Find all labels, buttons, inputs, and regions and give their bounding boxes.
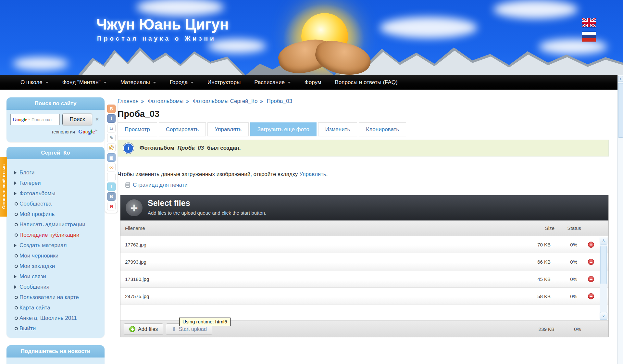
sidebar-menu-item[interactable]: Написать администрации xyxy=(14,220,105,230)
album-tab[interactable]: Просмотр xyxy=(118,122,157,136)
sidebar-menu-item[interactable]: Сообщества xyxy=(14,199,105,209)
sidebar-menu-link[interactable]: Мои связи xyxy=(19,273,46,280)
sidebar-menu-item[interactable]: Мои связи xyxy=(14,271,105,282)
album-tab[interactable]: Загрузить еще фото xyxy=(250,122,317,136)
nav-item-label: Инструкторы xyxy=(207,79,241,86)
pen-icon[interactable]: ✎ xyxy=(107,134,116,142)
album-tab[interactable]: Сортировать xyxy=(159,122,206,136)
nav-item[interactable]: Расписание xyxy=(247,75,298,90)
remove-file-icon[interactable] xyxy=(588,242,594,248)
nav-item[interactable]: Инструкторы xyxy=(201,75,247,90)
bullet-icon xyxy=(14,171,19,174)
search-input[interactable]: Google™ Пользоват xyxy=(10,114,60,125)
file-list: 17762.jpg 70 KB 0% 27993.jpg 66 KB 0% 17 xyxy=(120,236,608,320)
facebook-icon[interactable]: f xyxy=(107,114,116,123)
search-panel-title: Поиск по сайту xyxy=(6,97,105,110)
file-size: 58 KB xyxy=(519,294,551,299)
sidebar-menu-item[interactable]: Фотоальбомы xyxy=(14,188,105,199)
sidebar-menu-item[interactable]: Сообщения xyxy=(14,282,105,292)
sidebar-menu-link[interactable]: Карта сайта xyxy=(19,305,50,311)
remove-file-icon[interactable] xyxy=(588,293,594,299)
nav-item[interactable]: Фонд "Минтан" xyxy=(56,75,114,90)
sidebar-menu-link[interactable]: Анкета, Шаолинь 2011 xyxy=(19,315,77,321)
sidebar-menu-link[interactable]: Выйти xyxy=(19,325,36,332)
sidebar-menu-item[interactable]: Мой профиль xyxy=(14,209,105,220)
sidebar-menu-link[interactable]: Мой профиль xyxy=(19,211,55,218)
twitter-icon[interactable]: t xyxy=(107,182,116,191)
sidebar-menu-item[interactable]: Карта сайта xyxy=(14,303,105,313)
sidebar-menu-link[interactable]: Написать администрации xyxy=(19,221,85,228)
breadcrumb-link[interactable]: Фотоальбомы Сергей_Ко xyxy=(193,98,258,104)
plus-circle-icon[interactable] xyxy=(126,199,143,216)
sidebar-menu-item[interactable]: Пользователи на карте xyxy=(14,292,105,303)
uk-flag-icon[interactable] xyxy=(582,18,596,27)
photo-icon[interactable]: ▣ xyxy=(107,153,116,162)
album-tab[interactable]: Изменить xyxy=(318,122,357,136)
mailru-icon[interactable]: @ xyxy=(107,144,116,152)
sidebar-menu-link[interactable]: Галереи xyxy=(19,180,41,186)
page: Чжун Юань Цигун Простая наука о Жизни О … xyxy=(0,0,623,364)
nav-item[interactable]: Города xyxy=(163,75,201,90)
user-menu-panel: Сергей_Ко Блоги Галереи Фотоальбомы xyxy=(6,147,105,338)
yandex-icon[interactable]: Я xyxy=(107,202,116,210)
page-scrollbar[interactable]: ▲ xyxy=(617,75,623,364)
file-row: 27993.jpg 66 KB 0% xyxy=(120,253,608,270)
chevron-down-icon xyxy=(191,82,194,85)
scroll-up-icon[interactable]: ▲ xyxy=(618,76,623,82)
nav-item[interactable]: О школе xyxy=(14,75,56,90)
album-tab[interactable]: Клонировать xyxy=(359,122,406,136)
sidebar-menu-item[interactable]: Галереи xyxy=(14,178,105,188)
remove-file-icon[interactable] xyxy=(588,276,594,282)
nav-item-label: Фонд "Минтан" xyxy=(62,79,101,86)
file-row: 247575.jpg 58 KB 0% xyxy=(120,288,608,305)
file-list-scrollbar[interactable]: ∧ ∨ xyxy=(600,237,607,320)
file-status: 0% xyxy=(551,276,582,282)
sidebar-menu-link[interactable]: Блоги xyxy=(19,169,34,176)
manage-tab-link[interactable]: Управлять xyxy=(299,171,326,177)
sidebar-menu-link[interactable]: Пользователи на карте xyxy=(19,294,79,301)
sidebar-menu-link[interactable]: Сообщения xyxy=(19,284,49,290)
print-icon[interactable] xyxy=(107,173,116,181)
sidebar-menu-item[interactable]: Создать материал xyxy=(14,240,105,251)
print-page-link[interactable]: Страница для печати xyxy=(125,182,188,188)
chevron-down-icon xyxy=(288,82,291,85)
blogger-icon[interactable]: B xyxy=(107,105,116,113)
sidebar-menu-item[interactable]: Блоги xyxy=(14,168,105,178)
file-status: 0% xyxy=(551,259,582,265)
sidebar-menu-link[interactable]: Последние публикации xyxy=(19,232,79,238)
sidebar-menu-item[interactable]: Мои черновики xyxy=(14,251,105,261)
nav-item[interactable]: Форум xyxy=(298,75,328,90)
nav-item[interactable]: Материалы xyxy=(114,75,163,90)
sidebar-menu-item[interactable]: Последние публикации xyxy=(14,230,105,240)
feedback-tab[interactable]: Оставьте свой отзыв xyxy=(0,157,7,217)
sidebar-menu-link[interactable]: Мои черновики xyxy=(19,253,58,259)
scroll-down-icon[interactable]: ∨ xyxy=(600,312,607,320)
sidebar-menu-item[interactable]: Анкета, Шаолинь 2011 xyxy=(14,313,105,323)
remove-file-icon[interactable] xyxy=(588,259,594,265)
ru-flag-icon[interactable] xyxy=(582,32,596,42)
sidebar-menu-link[interactable]: Создать материал xyxy=(19,242,67,249)
breadcrumb-link[interactable]: Проба_03 xyxy=(267,98,292,104)
share-bar: B f Li ✎ @ ▣ oo xyxy=(105,102,118,213)
cloud-decor xyxy=(493,0,578,19)
sidebar-menu-link[interactable]: Сообщества xyxy=(19,201,52,207)
odnoklassniki-icon[interactable]: oo xyxy=(107,163,116,171)
album-tab[interactable]: Управлять xyxy=(207,122,249,136)
add-files-button[interactable]: Add files xyxy=(124,323,163,335)
vk-icon[interactable]: В xyxy=(107,192,116,201)
livejournal-icon[interactable]: Li xyxy=(107,124,116,132)
close-icon[interactable]: × xyxy=(95,116,99,123)
page-scrollbar-thumb[interactable] xyxy=(618,83,623,138)
sidebar-menu-item[interactable]: Мои закладки xyxy=(14,261,105,271)
sidebar-menu-item[interactable]: Выйти xyxy=(14,323,105,334)
chevron-down-icon xyxy=(45,82,49,85)
sidebar-menu-link[interactable]: Мои закладки xyxy=(19,263,55,270)
search-button[interactable]: Поиск xyxy=(62,114,92,125)
breadcrumb-link[interactable]: Фотоальбомы xyxy=(148,98,183,104)
scroll-up-icon[interactable]: ∧ xyxy=(600,237,607,245)
nav-item[interactable]: Вопросы и ответы (FAQ) xyxy=(328,75,405,90)
file-list-scrollbar-thumb[interactable] xyxy=(600,246,607,284)
nav-item-label: Материалы xyxy=(120,79,150,86)
sidebar-menu-link[interactable]: Фотоальбомы xyxy=(19,190,55,197)
breadcrumb-link[interactable]: Главная xyxy=(118,98,139,104)
